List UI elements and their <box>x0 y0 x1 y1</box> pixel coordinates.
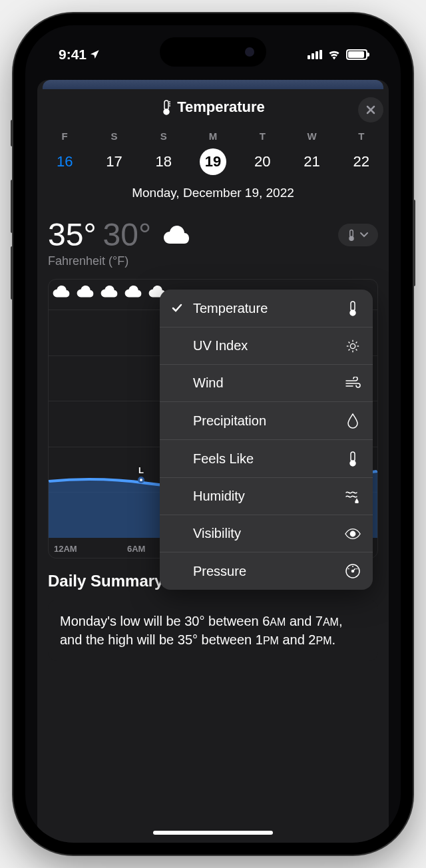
day-number: 22 <box>348 148 375 175</box>
cloud-icon <box>101 285 118 298</box>
thermometer-small-icon <box>347 229 355 241</box>
day-number: 16 <box>51 148 78 175</box>
status-time: 9:41 <box>59 47 87 63</box>
menu-item-label: Feels Like <box>193 451 335 467</box>
gauge-icon <box>345 563 361 579</box>
day-letter: W <box>307 130 316 142</box>
metric-selector-button[interactable] <box>338 224 378 246</box>
svg-rect-9 <box>351 302 355 311</box>
day-letter: T <box>260 130 266 142</box>
cloud-icon <box>77 285 94 298</box>
menu-item-wind[interactable]: Wind <box>160 365 373 402</box>
day-column[interactable]: T22 <box>337 128 386 178</box>
svg-point-10 <box>350 310 355 316</box>
cloud-icon <box>163 225 190 245</box>
temperature-summary-row: 35° 30° <box>48 216 378 253</box>
humidity-icon <box>345 490 361 503</box>
svg-rect-20 <box>351 452 355 461</box>
menu-item-temperature[interactable]: Temperature <box>160 290 373 327</box>
svg-rect-0 <box>164 101 168 110</box>
day-column[interactable]: M19 <box>188 128 238 178</box>
svg-point-22 <box>350 531 355 536</box>
checkmark-icon <box>172 304 184 313</box>
menu-item-visibility[interactable]: Visibility <box>160 515 373 552</box>
sheet-title: Temperature <box>177 99 265 116</box>
sheet-header: Temperature <box>37 89 389 128</box>
phone-frame: 9:41 Temperature F16S17S18M19T20W21 <box>13 13 413 855</box>
day-number: 21 <box>299 148 325 175</box>
svg-rect-7 <box>350 230 353 237</box>
day-letter: T <box>358 130 364 142</box>
sun-icon <box>345 339 361 353</box>
svg-line-16 <box>349 341 350 343</box>
volume-down-button[interactable] <box>11 246 13 300</box>
menu-item-feels-like[interactable]: Feels Like <box>160 440 373 478</box>
svg-line-27 <box>348 568 349 569</box>
menu-item-label: Wind <box>193 375 335 391</box>
low-point-marker: L <box>138 465 144 485</box>
day-selector[interactable]: F16S17S18M19T20W21T22 <box>37 128 389 186</box>
dynamic-island <box>160 37 266 67</box>
unit-label: Fahrenheit (°F) <box>48 254 378 268</box>
day-column[interactable]: S17 <box>89 128 138 178</box>
droplet-icon <box>345 413 361 429</box>
wind-icon <box>345 377 361 390</box>
day-column[interactable]: T20 <box>238 128 287 178</box>
thermometer-icon <box>345 451 361 467</box>
menu-item-pressure[interactable]: Pressure <box>160 552 373 590</box>
thermometer-icon <box>345 300 361 316</box>
silence-switch[interactable] <box>11 120 13 146</box>
home-indicator[interactable] <box>153 831 273 835</box>
day-column[interactable]: F16 <box>40 128 89 178</box>
day-number: 17 <box>101 148 127 175</box>
svg-point-11 <box>350 343 355 348</box>
menu-item-humidity[interactable]: Humidity <box>160 478 373 515</box>
svg-line-18 <box>349 349 350 350</box>
svg-line-17 <box>356 349 357 350</box>
menu-item-label: Humidity <box>193 489 335 504</box>
close-button[interactable] <box>358 97 383 122</box>
wifi-icon <box>327 49 341 60</box>
day-column[interactable]: S18 <box>139 128 188 178</box>
high-temperature: 35° <box>48 216 97 253</box>
selected-date-label: Monday, December 19, 2022 <box>37 186 389 216</box>
day-letter: S <box>110 130 117 142</box>
menu-item-precipitation[interactable]: Precipitation <box>160 402 373 440</box>
svg-line-28 <box>357 568 358 569</box>
menu-item-label: Temperature <box>193 301 335 316</box>
cloud-icon <box>53 285 70 298</box>
volume-up-button[interactable] <box>11 180 13 233</box>
menu-item-label: Precipitation <box>193 413 335 429</box>
day-number: 19 <box>200 148 226 175</box>
svg-point-8 <box>349 236 353 240</box>
weather-detail-sheet: Temperature F16S17S18M19T20W21T22 Monday… <box>37 80 389 843</box>
svg-point-25 <box>352 570 354 572</box>
battery-icon <box>346 49 367 60</box>
cellular-signal-icon <box>308 50 322 59</box>
day-number: 20 <box>249 148 276 175</box>
power-button[interactable] <box>413 200 415 286</box>
day-column[interactable]: W21 <box>287 128 336 178</box>
menu-item-label: UV Index <box>193 338 335 353</box>
cloud-icon <box>124 285 142 298</box>
daily-summary-text: Monday's low will be 30° between 6AM and… <box>48 600 378 661</box>
chevron-down-icon <box>359 232 369 238</box>
metric-dropdown-menu: Temperature UV Index Wind Precipitation … <box>160 290 373 590</box>
day-number: 18 <box>150 148 177 175</box>
menu-item-uv-index[interactable]: UV Index <box>160 327 373 365</box>
low-temperature: 30° <box>103 216 152 253</box>
screen: 9:41 Temperature F16S17S18M19T20W21 <box>25 25 401 843</box>
background-weather-peek <box>43 80 383 89</box>
svg-point-1 <box>164 109 169 114</box>
eye-icon <box>345 528 361 540</box>
close-icon <box>365 105 376 115</box>
menu-item-label: Pressure <box>193 564 335 579</box>
svg-point-21 <box>350 461 355 466</box>
day-letter: F <box>62 130 68 142</box>
menu-item-label: Visibility <box>193 526 335 541</box>
svg-line-19 <box>356 341 357 343</box>
thermometer-icon <box>161 99 172 115</box>
day-letter: S <box>160 130 167 142</box>
day-letter: M <box>209 130 218 142</box>
location-icon <box>89 49 100 60</box>
